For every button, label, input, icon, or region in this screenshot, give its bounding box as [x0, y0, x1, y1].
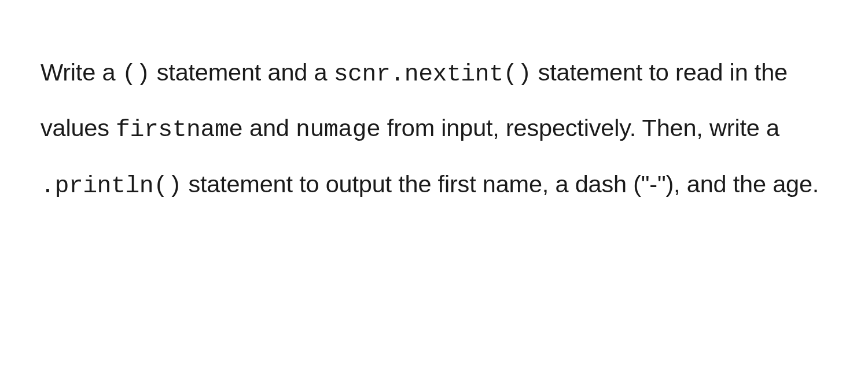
- code-segment: .println(): [41, 172, 182, 199]
- code-segment: firstname: [116, 116, 243, 143]
- text-segment: statement to output the first name, a da…: [182, 170, 819, 197]
- text-segment: from input, respectively. Then, write a: [380, 114, 779, 141]
- text-segment: and: [243, 114, 296, 141]
- code-segment: numage: [296, 116, 380, 143]
- text-segment: Write a: [41, 58, 122, 86]
- code-segment: scnr.nextint(): [334, 60, 532, 87]
- text-segment: statement and a: [150, 58, 333, 86]
- code-segment: (): [122, 60, 150, 87]
- instruction-paragraph: Write a () statement and a scnr.nextint(…: [41, 45, 827, 213]
